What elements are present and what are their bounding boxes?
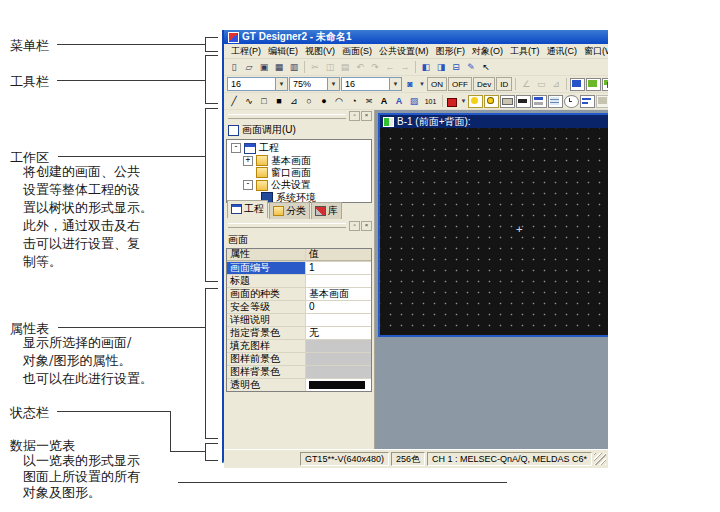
- parts-display-tool-icon[interactable]: [596, 95, 608, 108]
- data-list-tool-icon[interactable]: [548, 95, 563, 108]
- filled-circle-tool-icon[interactable]: ●: [317, 95, 331, 108]
- property-row-screen-type[interactable]: 画面的种类 基本画面: [227, 288, 371, 301]
- grid-combo[interactable]: 16 ▼: [341, 77, 402, 91]
- on-state-button[interactable]: ON: [427, 77, 447, 91]
- color-palette-icon[interactable]: [446, 96, 459, 107]
- polygon-tool-icon[interactable]: ⊿: [287, 95, 301, 108]
- menu-view[interactable]: 视图(V): [303, 45, 337, 58]
- property-row-detail-description[interactable]: 详细说明: [227, 314, 371, 327]
- chevron-down-icon[interactable]: ▼: [275, 78, 287, 90]
- base-screen-icon[interactable]: [570, 78, 585, 91]
- menu-object[interactable]: 对象(O): [470, 45, 505, 58]
- zoom-combo[interactable]: 75% ▼: [289, 77, 340, 91]
- expand-toggle[interactable]: -: [243, 180, 253, 190]
- screen-preview-icon[interactable]: ◨: [434, 61, 448, 74]
- import-image-tool-icon[interactable]: ▨: [407, 95, 421, 108]
- lamp-area-tool-icon[interactable]: [484, 95, 499, 108]
- screen-call-checkbox[interactable]: [228, 125, 239, 136]
- back-icon[interactable]: ←: [383, 61, 397, 74]
- touch-switch-tool-icon[interactable]: [500, 95, 515, 108]
- expand-toggle[interactable]: +: [243, 156, 253, 166]
- tree-item-project[interactable]: - 工程: [227, 142, 371, 154]
- menu-common[interactable]: 公共设置(M): [377, 45, 431, 58]
- menu-screen[interactable]: 画面(S): [340, 45, 374, 58]
- chevron-down-icon[interactable]: ▼: [418, 78, 426, 91]
- property-row-transparent-color[interactable]: 透明色: [227, 379, 371, 391]
- line-tool-icon[interactable]: ╱: [227, 95, 241, 108]
- save-icon[interactable]: ▣: [257, 61, 271, 74]
- redo-icon[interactable]: ↷: [368, 61, 382, 74]
- overlap-icon[interactable]: ⊟: [449, 61, 463, 74]
- clock-display-tool-icon[interactable]: [564, 95, 579, 108]
- panel-close-icon[interactable]: ×: [361, 111, 372, 121]
- tab-category[interactable]: 分类: [269, 202, 310, 219]
- menu-window[interactable]: 窗口(W): [582, 45, 608, 58]
- rect-tool-icon[interactable]: □: [257, 95, 271, 108]
- arc-tool-icon[interactable]: ◠: [332, 95, 346, 108]
- menu-project[interactable]: 工程(P): [229, 45, 263, 58]
- screen-editor-title-bar[interactable]: B-1 (前面+背面):: [380, 115, 608, 128]
- panel-pin-icon[interactable]: ▫: [349, 111, 360, 121]
- menu-tools[interactable]: 工具(T): [508, 45, 542, 58]
- font-size-combo[interactable]: 16 ▼: [227, 77, 288, 91]
- sector-tool-icon[interactable]: ◔: [347, 95, 361, 108]
- panel-close-icon[interactable]: ×: [361, 221, 372, 231]
- scale-tool-icon[interactable]: ≍: [362, 95, 376, 108]
- transparent-color-swatch[interactable]: [309, 381, 365, 389]
- resize-grip[interactable]: [594, 453, 606, 465]
- menu-figure[interactable]: 图形(F): [434, 45, 468, 58]
- undo-icon[interactable]: ↶: [353, 61, 367, 74]
- window-screen-icon[interactable]: [586, 78, 601, 91]
- select-cursor-icon[interactable]: ↖: [479, 61, 493, 74]
- panel-gripper[interactable]: [228, 223, 346, 228]
- property-row-security-level[interactable]: 安全等级 0: [227, 301, 371, 314]
- tree-item-common-settings[interactable]: - 公共设置: [227, 179, 371, 191]
- property-row-pattern-foreground[interactable]: 图样前景色: [227, 353, 371, 366]
- cut-icon[interactable]: ✂: [308, 61, 322, 74]
- tab-project[interactable]: 工程: [227, 200, 268, 218]
- device-button[interactable]: Dev: [473, 77, 495, 91]
- menu-edit[interactable]: 编辑(E): [266, 45, 300, 58]
- comment-display-tool-icon[interactable]: [580, 95, 595, 108]
- dxf-tool-icon[interactable]: 101: [422, 95, 439, 108]
- property-panel-header[interactable]: ▫ ×: [224, 220, 374, 231]
- circle-tool-icon[interactable]: ○: [302, 95, 316, 108]
- property-row-background-color[interactable]: 指定背景色 无: [227, 327, 371, 340]
- edit-vertex-icon[interactable]: ∠: [519, 78, 533, 91]
- panel-pin-icon[interactable]: ▫: [349, 221, 360, 231]
- chevron-down-icon[interactable]: ▼: [389, 78, 401, 90]
- fill-color-icon[interactable]: ◙: [403, 78, 417, 91]
- drawing-canvas[interactable]: +: [380, 128, 608, 335]
- chevron-down-icon[interactable]: ▼: [460, 95, 467, 108]
- copy-icon[interactable]: ◫: [323, 61, 337, 74]
- draw-pen-icon[interactable]: ✎: [464, 61, 478, 74]
- off-state-button[interactable]: OFF: [448, 77, 472, 91]
- ascii-display-tool-icon[interactable]: [532, 95, 547, 108]
- tree-item-base-screen[interactable]: + 基本画面: [227, 154, 371, 166]
- forward-icon[interactable]: →: [398, 61, 412, 74]
- property-row-pattern-background[interactable]: 图样背景色: [227, 366, 371, 379]
- expand-toggle[interactable]: -: [231, 143, 241, 153]
- chevron-down-icon[interactable]: ▼: [327, 78, 339, 90]
- print-icon[interactable]: ▥: [287, 61, 301, 74]
- workspace-panel-header[interactable]: ▫ ×: [224, 110, 374, 121]
- lamp-tool-icon[interactable]: [468, 95, 483, 108]
- screen-image-list-icon[interactable]: ◧: [419, 61, 433, 74]
- logo-text-tool-icon[interactable]: A: [392, 95, 406, 108]
- report-screen-icon[interactable]: [602, 78, 608, 91]
- save-as-icon[interactable]: ▦: [272, 61, 286, 74]
- panel-gripper[interactable]: [228, 114, 346, 119]
- property-row-title[interactable]: 标题: [227, 275, 371, 288]
- paste-icon[interactable]: ▤: [338, 61, 352, 74]
- rotate-icon[interactable]: ⊿: [549, 78, 563, 91]
- tab-library[interactable]: 库: [311, 202, 342, 219]
- numerical-display-tool-icon[interactable]: [516, 95, 531, 108]
- group-icon[interactable]: ▭: [534, 78, 548, 91]
- window-title-bar[interactable]: GT Designer2 - 未命名1: [224, 30, 608, 44]
- new-icon[interactable]: ▯: [227, 61, 241, 74]
- property-row-fill-pattern[interactable]: 填充图样: [227, 340, 371, 353]
- text-tool-icon[interactable]: A: [377, 95, 391, 108]
- open-icon[interactable]: ▱: [242, 61, 256, 74]
- property-row-screen-number[interactable]: 画面编号 1: [227, 262, 371, 275]
- id-button[interactable]: ID: [496, 77, 512, 91]
